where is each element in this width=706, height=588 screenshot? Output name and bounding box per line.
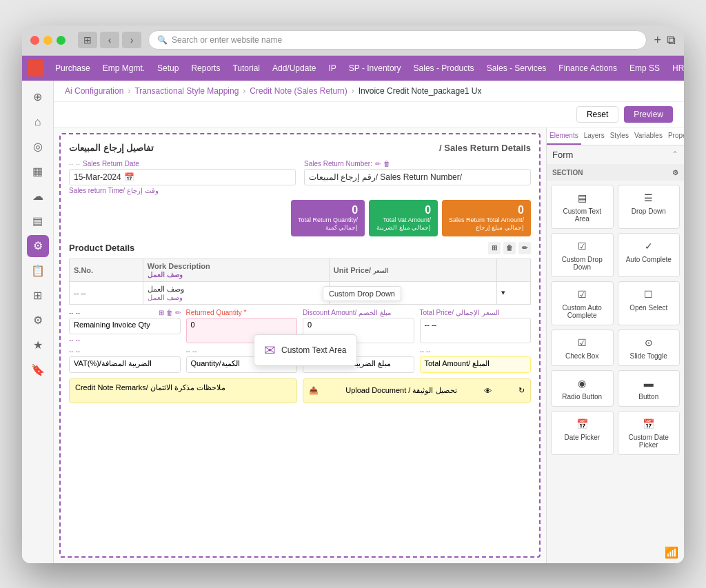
element-radio-button[interactable]: ◉ Radio Button xyxy=(551,370,614,407)
delete-icon[interactable]: 🗑 xyxy=(383,160,390,168)
element-custom-drop-down[interactable]: ☑ Custom Drop Down xyxy=(551,233,614,277)
sidebar-icon-bookmark[interactable]: 🔖 xyxy=(27,359,49,381)
refresh-icon[interactable]: ↻ xyxy=(518,386,525,395)
element-auto-complete[interactable]: ✓ Auto Complete xyxy=(618,233,680,277)
address-bar[interactable]: 🔍 Search or enter website name xyxy=(148,30,647,50)
check-box-icon: ☑ xyxy=(575,336,589,349)
custom-date-picker-icon: 📅 xyxy=(642,417,656,431)
element-open-select[interactable]: ☐ Open Select xyxy=(618,281,680,325)
sidebar-icon-settings[interactable]: ⚙ xyxy=(27,235,49,257)
remaining-qty-field: Remaining Invoice Qty xyxy=(69,318,181,334)
sidebar-icon-apps[interactable]: ⊕ xyxy=(27,86,49,108)
custom-text-area-label: Custom Text Area xyxy=(556,207,609,223)
sales-return-number-value[interactable]: رقم إرجاع المبيعات/ Sales Return Number/ xyxy=(304,169,531,185)
duplicate-tab-button[interactable]: ⧉ xyxy=(667,33,676,48)
new-tab-button[interactable]: + xyxy=(654,33,661,48)
element-custom-text-area[interactable]: ▤ Custom Text Area xyxy=(551,185,614,229)
breadcrumb-ai-config[interactable]: Ai Configuration xyxy=(65,86,123,96)
tab-styles[interactable]: Styles xyxy=(607,128,632,145)
delete-icon2[interactable]: 🗑 xyxy=(166,309,173,316)
sidebar-toggle-button[interactable]: ⊞ xyxy=(78,32,97,48)
section-settings-icon[interactable]: ⚙ xyxy=(672,169,678,176)
sidebar-icon-star[interactable]: ★ xyxy=(27,334,49,356)
date-picker-label: Date Picker xyxy=(564,434,600,441)
reset-button[interactable]: Reset xyxy=(576,106,618,123)
sidebar-icon-settings2[interactable]: ⚙ xyxy=(27,310,49,332)
menu-item-sales-services[interactable]: Sales - Services xyxy=(481,61,552,76)
forward-button[interactable]: › xyxy=(122,32,141,48)
element-check-box[interactable]: ☑ Check Box xyxy=(551,330,614,366)
td-dropdown[interactable]: ▾ xyxy=(496,281,530,304)
menu-item-sp-inventory[interactable]: SP - Inventory xyxy=(343,61,407,76)
upload-box[interactable]: 📤 Upload Document / تحصيل الوثيقة 👁 ↻ xyxy=(303,378,531,403)
calendar-icon[interactable]: 📅 xyxy=(124,172,134,182)
tab-variables[interactable]: Variables xyxy=(632,128,665,145)
element-custom-auto-complete[interactable]: ☑ Custom Auto Complete xyxy=(551,281,614,325)
menu-item-reports[interactable]: Reports xyxy=(185,61,225,76)
sidebar-icon-contacts[interactable]: ◎ xyxy=(27,136,49,158)
th-unit-price: Unit Price/ السعر xyxy=(329,258,496,281)
sidebar-icon-calendar[interactable]: ▦ xyxy=(27,161,49,183)
stat-sales-return-total-value: 0 xyxy=(449,204,524,216)
menu-item-hrms[interactable]: HRMS xyxy=(667,61,684,76)
menu-item-setup[interactable]: Setup xyxy=(152,61,184,76)
menu-item-purchase[interactable]: Purchase xyxy=(50,61,96,76)
product-section-title: Product Details ⊞ 🗑 ✏ xyxy=(69,242,531,254)
sidebar-icon-grid[interactable]: ⊞ xyxy=(27,285,49,307)
remaining-qty-sub: -- -- xyxy=(69,336,181,343)
minimize-button[interactable] xyxy=(43,36,52,45)
element-slide-toggle[interactable]: ⊙ Slide Toggle xyxy=(618,330,680,366)
element-date-picker[interactable]: 📅 Date Picker xyxy=(551,411,614,455)
menu-item-emp-mgmt[interactable]: Emp Mgmt. xyxy=(97,61,150,76)
maximize-button[interactable] xyxy=(57,36,65,45)
remaining-qty-label: -- -- xyxy=(69,309,80,316)
panel-section-label: SECTION ⚙ xyxy=(547,165,684,181)
eye-icon[interactable]: 👁 xyxy=(484,387,492,395)
menu-item-emp-ss[interactable]: Emp SS xyxy=(624,61,665,76)
edit-icon2[interactable]: ✏ xyxy=(175,309,181,316)
edit-row-icon[interactable]: ✏ xyxy=(518,242,531,254)
back-button[interactable]: ‹ xyxy=(100,32,119,48)
menu-item-tutorial[interactable]: Tutorial xyxy=(227,61,265,76)
remarks-box[interactable]: Credit Note Remarks/ ملاحظات مذكرة الائت… xyxy=(69,378,297,403)
element-drop-down[interactable]: ☰ Drop Down xyxy=(618,185,680,229)
open-select-icon: ☐ xyxy=(642,287,656,301)
browser-window: ⊞ ‹ › 🔍 Search or enter website name + ⧉… xyxy=(22,26,684,563)
stats-row: 0 Total Return Quantity/إجمالي كمية 0 To… xyxy=(69,200,531,236)
breadcrumb-transactional[interactable]: Transactional Style Mapping xyxy=(134,86,239,96)
vat-label: -- -- xyxy=(69,347,181,355)
edit-icon[interactable]: ✏ xyxy=(375,160,381,168)
delete-row-icon[interactable]: 🗑 xyxy=(503,242,516,254)
tab-properties[interactable]: Properties xyxy=(665,128,684,145)
menu-item-add-update[interactable]: Add/Update xyxy=(267,61,321,76)
sidebar-icons: ⊕ ⌂ ◎ ▦ ☁ ▤ ⚙ 📋 ⊞ ⚙ ★ 🔖 xyxy=(22,81,54,563)
element-custom-date-picker[interactable]: 📅 Custom Date Picker xyxy=(618,411,680,455)
breadcrumb-invoice-credit[interactable]: Invoice Credit Note_package1 Ux xyxy=(359,86,482,96)
browser-controls: ⊞ ‹ › xyxy=(78,32,141,48)
vat-field: VAT(%)/الضريبة المضافة xyxy=(69,356,181,373)
menu-item-sales-products[interactable]: Sales - Products xyxy=(408,61,480,76)
browser-titlebar: ⊞ ‹ › 🔍 Search or enter website name + ⧉ xyxy=(22,26,684,56)
grid-icon[interactable]: ⊞ xyxy=(488,242,501,254)
preview-button[interactable]: Preview xyxy=(624,106,673,123)
close-button[interactable] xyxy=(30,36,39,45)
sales-return-date-value[interactable]: 15-Mar-2024 📅 xyxy=(69,169,296,185)
traffic-lights xyxy=(30,36,65,45)
menu-item-ip[interactable]: IP xyxy=(323,61,341,76)
menu-item-finance[interactable]: Finance Actions xyxy=(553,61,623,76)
sidebar-icon-cloud[interactable]: ☁ xyxy=(27,185,49,207)
stat-total-vat-label: Total Vat Amount/إجمالي مبلغ الضريبة xyxy=(376,216,431,232)
sidebar-icon-home[interactable]: ⌂ xyxy=(27,111,49,133)
returned-qty-label: Returned Quantity * xyxy=(186,309,298,316)
element-button[interactable]: ▬ Button xyxy=(618,370,680,407)
breadcrumb-credit-note[interactable]: Credit Note (Sales Return) xyxy=(250,86,347,96)
tab-layers[interactable]: Layers xyxy=(581,128,607,145)
grid-icon2[interactable]: ⊞ xyxy=(159,309,164,316)
tab-elements[interactable]: Elements xyxy=(547,128,581,145)
ctrl-icons: ⊞ 🗑 ✏ xyxy=(159,309,181,316)
sidebar-icon-clipboard[interactable]: 📋 xyxy=(27,260,49,282)
panel-items: ▤ Custom Text Area ☰ Drop Down ☑ Custom … xyxy=(547,181,684,459)
content-area: Ai Configuration › Transactional Style M… xyxy=(54,81,684,563)
sidebar-icon-reports[interactable]: ▤ xyxy=(27,210,49,232)
form-section-expand[interactable]: ⌃ xyxy=(672,150,678,159)
